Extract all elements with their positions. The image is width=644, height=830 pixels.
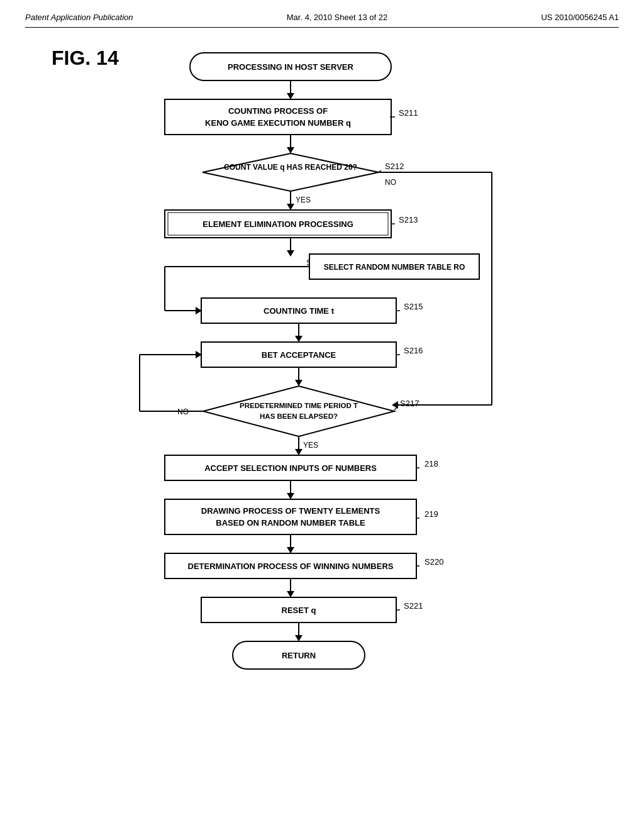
s215-label: S215 xyxy=(404,302,423,311)
s220-text: DETERMINATION PROCESS OF WINNING NUMBERS xyxy=(188,562,394,571)
s217-yes: YES xyxy=(303,441,318,450)
s212-label: S212 xyxy=(385,162,404,171)
s212-no: NO xyxy=(385,178,396,187)
s219-text1: DRAWING PROCESS OF TWENTY ELEMENTS xyxy=(201,506,380,516)
svg-marker-41 xyxy=(295,449,303,455)
s216-text: BET ACCEPTANCE xyxy=(262,350,336,360)
s219-label: 219 xyxy=(425,509,438,519)
diagram-area: FIG. 14 PROCESSING IN HOST SERVER COUNTI… xyxy=(52,47,592,801)
svg-line-35 xyxy=(394,407,397,410)
s217-text2: HAS BEEN ELAPSED? xyxy=(260,412,338,420)
s221-text: RESET q xyxy=(282,606,316,615)
svg-marker-7 xyxy=(203,153,379,191)
header-publication: Patent Application Publication xyxy=(25,13,133,22)
svg-rect-46 xyxy=(165,499,416,534)
svg-rect-3 xyxy=(165,99,391,135)
s221-label: S221 xyxy=(404,601,423,611)
s211-text1: COUNTING PROCESS OF xyxy=(228,106,328,116)
s211-text2: KENO GAME EXECUTION NUMBER q xyxy=(205,118,351,128)
s214-text: SELECT RANDOM NUMBER TABLE RO xyxy=(324,263,465,272)
s213-label: S213 xyxy=(399,215,418,224)
svg-marker-33 xyxy=(295,380,303,386)
header-patent-number: US 2010/0056245 A1 xyxy=(541,13,619,22)
s219-text2: BASED ON RANDOM NUMBER TABLE xyxy=(216,518,365,528)
page-header: Patent Application Publication Mar. 4, 2… xyxy=(25,13,619,28)
svg-marker-2 xyxy=(287,93,294,99)
svg-marker-14 xyxy=(287,204,294,210)
fig-label: FIG. 14 xyxy=(52,47,119,70)
svg-marker-19 xyxy=(287,250,294,257)
flowchart: PROCESSING IN HOST SERVER COUNTING PROCE… xyxy=(52,47,592,801)
svg-marker-6 xyxy=(287,147,294,153)
s218-label: 218 xyxy=(425,459,438,468)
svg-marker-49 xyxy=(287,547,294,553)
s213-text: ELEMENT ELIMINATION PROCESSING xyxy=(203,219,353,229)
s217-text1: PREDETERMINED TIME PERIOD T xyxy=(240,402,358,409)
return-label: RETURN xyxy=(282,651,316,660)
s217-label: S217 xyxy=(400,399,419,408)
s215-text: COUNTING TIME t xyxy=(264,306,335,316)
s211-label: S211 xyxy=(399,108,418,118)
svg-marker-57 xyxy=(295,635,303,641)
svg-marker-29 xyxy=(295,336,303,342)
svg-marker-53 xyxy=(287,591,294,597)
svg-marker-45 xyxy=(287,493,294,499)
s218-text: ACCEPT SELECTION INPUTS OF NUMBERS xyxy=(204,463,377,473)
s216-label: S216 xyxy=(404,346,423,355)
s212-text: COUNT VALUE q HAS REACHED 20? xyxy=(224,163,357,172)
s212-yes: YES xyxy=(296,196,311,204)
svg-marker-12 xyxy=(392,401,398,409)
header-date-sheet: Mar. 4, 2010 Sheet 13 of 22 xyxy=(287,13,387,22)
svg-marker-34 xyxy=(203,386,394,436)
page: Patent Application Publication Mar. 4, 2… xyxy=(0,0,644,830)
s220-label: S220 xyxy=(425,557,443,567)
start-label: PROCESSING IN HOST SERVER xyxy=(228,62,353,72)
